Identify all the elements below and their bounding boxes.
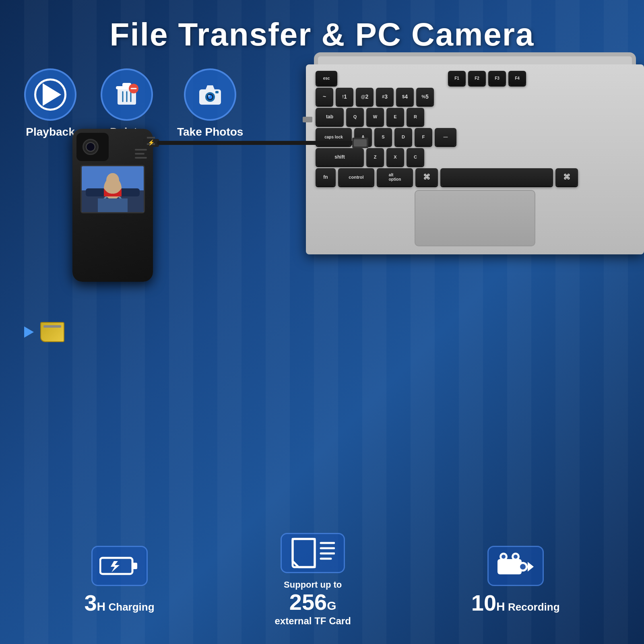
key-f3[interactable]: F3 [488,71,506,85]
charging-icon-box [91,546,148,586]
playback-label: Playback [26,126,74,138]
charging-info-box: 3H Charging [84,546,154,615]
playback-icon-circle [24,68,76,121]
fn-key-row: esc F1 F2 F3 F4 [316,71,634,85]
laptop-screen-top [314,52,636,64]
play-icon [43,83,61,106]
recording-text: 10H Recording [471,592,560,615]
storage-unit: G [327,599,336,612]
charging-label: Charging [109,601,155,613]
screen-content [82,166,144,212]
key-s[interactable]: S [374,128,392,146]
bottom-info-section: 3H Charging Support [0,533,644,628]
recording-unit: H [496,600,505,613]
charging-text: 3H Charging [84,592,154,615]
key-f[interactable]: F [415,128,432,146]
svg-point-36 [520,564,526,570]
key-z[interactable]: Z [366,148,384,166]
svg-rect-29 [293,539,315,567]
key-e[interactable]: E [386,108,404,126]
svg-rect-22 [147,137,155,138]
svg-point-40 [514,555,518,559]
svg-point-12 [208,95,210,97]
key-3[interactable]: #3 [376,88,394,105]
key-f2[interactable]: F2 [468,71,486,85]
key-1[interactable]: !1 [336,88,353,105]
page-title: File Transfer & PC Camera [0,0,644,53]
key-alt-option[interactable]: altoption [377,168,413,186]
trackpad[interactable] [415,190,535,246]
key-command-left[interactable]: ⌘ [415,168,438,186]
sd-card-body [40,322,64,342]
sd-card-slot [24,322,64,342]
camera-lens [83,139,99,155]
key-r[interactable]: R [407,108,424,126]
storage-icon-box [281,533,345,573]
key-esc[interactable]: esc [316,71,337,85]
svg-text:⚡: ⚡ [148,139,155,146]
key-dash[interactable]: — [435,128,456,146]
usb-cable-svg: ⚡ [143,105,368,185]
tf-card-icon [291,537,335,569]
storage-text: Support up to 256G external TF Card [275,579,351,628]
camera-module [76,133,109,161]
svg-rect-13 [215,91,219,93]
recording-label: Recording [508,601,560,613]
device-screen [80,165,145,213]
svg-point-38 [502,555,506,559]
storage-info-box: Support up to 256G external TF Card [275,533,351,628]
key-5[interactable]: %5 [416,88,434,105]
recording-icon-box [487,546,544,586]
play-circle [34,78,66,111]
svg-marker-41 [528,562,534,572]
charging-number: 3 [84,590,97,615]
trash-icon [113,80,141,109]
key-f4[interactable]: F4 [508,71,526,85]
device-body [72,129,153,282]
key-c[interactable]: C [407,148,424,166]
video-camera-icon [495,552,536,580]
key-4[interactable]: $4 [396,88,414,105]
svg-rect-28 [132,563,137,569]
recording-number: 10 [471,590,496,615]
key-w[interactable]: W [366,108,384,126]
key-tilde[interactable]: ~ [316,88,333,105]
number-key-row: ~ !1 @2 #3 $4 %5 [316,88,634,105]
body-camera-device [72,129,153,282]
storage-label: external TF Card [275,614,351,628]
page-container: File Transfer & PC Camera Playback [0,0,644,644]
svg-point-19 [106,173,119,188]
key-f1[interactable]: F1 [448,71,466,85]
key-command-right[interactable]: ⌘ [555,168,578,186]
svg-rect-20 [98,198,128,212]
key-x[interactable]: X [386,148,404,166]
svg-rect-26 [354,139,367,147]
charging-unit: H [97,600,106,613]
recording-info-box: 10H Recording [471,546,560,615]
key-d[interactable]: D [394,128,412,146]
key-space[interactable] [440,168,553,186]
screen-scene-svg [82,166,144,212]
battery-icon [99,554,140,578]
feature-playback: Playback [24,68,76,138]
sd-card-arrow-icon [24,326,34,338]
key-2[interactable]: @2 [356,88,374,105]
storage-number: 256 [289,589,327,615]
